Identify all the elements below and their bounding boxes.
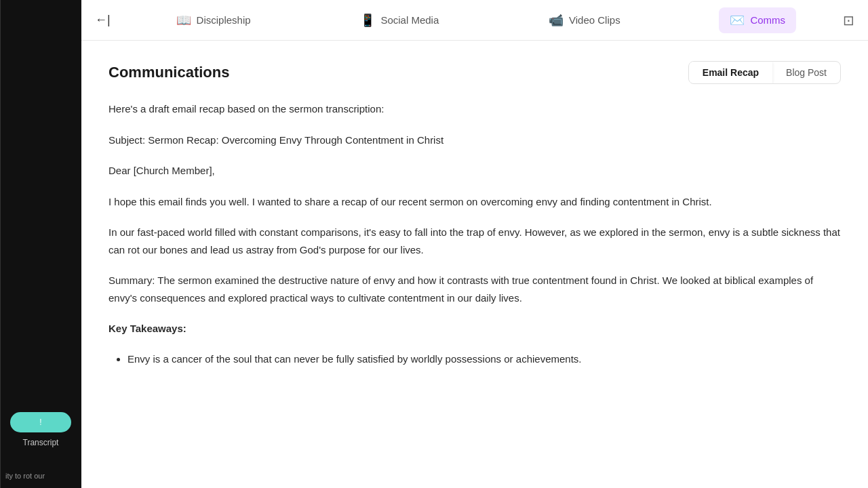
list-item: Envy is a cancer of the soul that can ne…: [127, 351, 841, 367]
nav-tabs: 📖 Discipleship 📱 Social Media 📹 Video Cl…: [121, 7, 840, 33]
bullet-list: Envy is a cancer of the soul that can ne…: [108, 351, 841, 367]
back-icon: ←|: [95, 13, 111, 27]
phone-icon: 📱: [360, 13, 375, 28]
tab-social-media[interactable]: 📱 Social Media: [349, 7, 450, 33]
email-subject: Subject: Sermon Recap: Overcoming Envy T…: [108, 131, 841, 149]
sidebar: ! Transcript ity to rot our: [0, 0, 81, 488]
transcript-label: Transcript: [23, 438, 59, 447]
sidebar-toggle-button[interactable]: ⊡: [840, 9, 857, 31]
tab-discipleship-label: Discipleship: [197, 14, 251, 26]
tab-video-clips-label: Video Clips: [569, 14, 620, 26]
page-title: Communications: [108, 64, 229, 81]
tab-discipleship[interactable]: 📖 Discipleship: [165, 7, 262, 33]
email-paragraph-2: In our fast-paced world filled with cons…: [108, 224, 841, 258]
sidebar-transcript-area: ! Transcript: [0, 412, 81, 447]
main-panel: ←| 📖 Discipleship 📱 Social Media 📹 Video…: [81, 0, 868, 488]
email-summary: Summary: The sermon examined the destruc…: [108, 272, 841, 306]
tab-comms-label: Comms: [750, 14, 785, 26]
content-area: Communications Email Recap Blog Post Her…: [81, 41, 868, 488]
mail-icon: ✉️: [730, 13, 745, 28]
book-icon: 📖: [176, 13, 191, 28]
video-icon: 📹: [549, 13, 564, 28]
email-paragraph-1: I hope this email finds you well. I want…: [108, 193, 841, 211]
blog-post-button[interactable]: Blog Post: [772, 62, 840, 83]
transcript-pill[interactable]: !: [10, 412, 71, 432]
email-recap-button[interactable]: Email Recap: [689, 62, 772, 83]
back-button[interactable]: ←|: [92, 10, 113, 30]
email-body: Here's a draft email recap based on the …: [108, 100, 841, 367]
email-greeting: Dear [Church Member],: [108, 162, 841, 180]
content-header: Communications Email Recap Blog Post: [108, 61, 841, 84]
sidebar-bottom-text: ity to rot our: [0, 471, 81, 481]
intro-text: Here's a draft email recap based on the …: [108, 100, 841, 118]
key-takeaways-title: Key Takeaways:: [108, 320, 841, 338]
tab-comms[interactable]: ✉️ Comms: [719, 7, 796, 33]
tab-video-clips[interactable]: 📹 Video Clips: [538, 7, 631, 33]
topbar: ←| 📖 Discipleship 📱 Social Media 📹 Video…: [81, 0, 868, 41]
view-toggle: Email Recap Blog Post: [688, 61, 841, 84]
tab-social-media-label: Social Media: [380, 14, 439, 26]
